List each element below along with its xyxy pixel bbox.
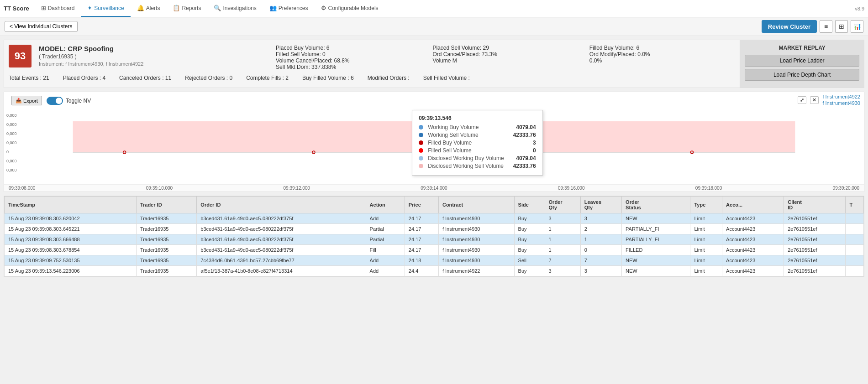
col-account: Acco... bbox=[722, 197, 784, 213]
cell-6: Buy bbox=[514, 234, 545, 245]
export-button[interactable]: 📤 Export bbox=[11, 96, 42, 105]
cell-5: f Instrument4930 bbox=[438, 245, 514, 255]
stat-placed-sell-volume: Placed Sell Volume: 29 bbox=[432, 45, 578, 51]
cell-4: 24.18 bbox=[405, 255, 438, 266]
cell-5: f Instrument4930 bbox=[438, 234, 514, 245]
disc-sell-value: 42333.76 bbox=[509, 163, 536, 169]
grid-view-button[interactable]: ⊞ bbox=[835, 20, 848, 33]
cell-7: 7 bbox=[545, 255, 580, 266]
tab-reports[interactable]: 📋 Reports bbox=[166, 0, 207, 17]
cell-10: Limit bbox=[690, 224, 722, 234]
tooltip-row-1: Working Buy Volume 4079.04 bbox=[419, 124, 536, 130]
svg-text:0,000: 0,000 bbox=[6, 168, 17, 172]
tab-dashboard[interactable]: ⊞ Dashboard bbox=[35, 0, 81, 17]
cell-2: 7c4384d6-0b61-4391-bc57-27cbb69fbe77 bbox=[197, 255, 366, 266]
table-row[interactable]: 15 Aug 23 09:39:08.303.678854Trader16935… bbox=[5, 245, 864, 255]
cell-7: 3 bbox=[545, 213, 580, 224]
chart-close-button[interactable]: ✕ bbox=[810, 96, 819, 104]
chart-header: ⤢ ✕ f Instrument4922 f Instrument4930 bbox=[4, 92, 864, 108]
view-clusters-button[interactable]: < View Individual Clusters bbox=[5, 21, 78, 32]
cell-2: b3ced431-61a9-49d0-aec5-080222df375f bbox=[197, 234, 366, 245]
instrument-label-1: f Instrument4922 bbox=[822, 94, 860, 99]
table-row[interactable]: 15 Aug 23 09:39:13.546.223006Trader16935… bbox=[5, 266, 864, 276]
tab-alerts[interactable]: 🔔 Alerts bbox=[131, 0, 167, 17]
filled-buy-dot bbox=[419, 140, 423, 145]
chart-expand-button[interactable]: ⤢ bbox=[798, 96, 806, 104]
review-cluster-button[interactable]: Review Cluster bbox=[762, 20, 817, 33]
cell-12: 2e7610551ef bbox=[784, 255, 846, 266]
list-view-button[interactable]: ≡ bbox=[820, 20, 832, 33]
x-label-6: 09:39:18.000 bbox=[695, 186, 722, 191]
tab-reports-label: Reports bbox=[182, 5, 201, 11]
table-row[interactable]: 15 Aug 23 09:39:08.303.645221Trader16935… bbox=[5, 224, 864, 234]
cell-1: Trader16935 bbox=[136, 224, 196, 234]
filled-sell-dot bbox=[419, 148, 423, 153]
model-stats-grid: Placed Buy Volume: 6 Placed Sell Volume:… bbox=[276, 45, 735, 70]
surveillance-icon: ✦ bbox=[87, 5, 92, 11]
toolbar: < View Individual Clusters Review Cluste… bbox=[0, 17, 868, 36]
cell-0: 15 Aug 23 09:39:08.303.620042 bbox=[5, 213, 137, 224]
export-label: Export bbox=[23, 98, 38, 104]
cell-5: f Instrument4922 bbox=[438, 266, 514, 276]
cell-13 bbox=[846, 255, 864, 266]
cell-8: 0 bbox=[580, 245, 621, 255]
cell-11: Account4423 bbox=[722, 213, 784, 224]
table-body: 15 Aug 23 09:39:08.303.620042Trader16935… bbox=[5, 213, 864, 276]
cell-4: 24.17 bbox=[405, 245, 438, 255]
cell-11: Account4423 bbox=[722, 245, 784, 255]
chart-view-button[interactable]: 📊 bbox=[851, 20, 863, 33]
cell-5: f Instrument4930 bbox=[438, 224, 514, 234]
svg-text:0,000: 0,000 bbox=[6, 113, 17, 118]
cell-9: NEW bbox=[622, 255, 690, 266]
load-price-depth-button[interactable]: Load Price Depth Chart bbox=[745, 69, 859, 81]
tab-configurable-models[interactable]: ⚙ Configurable Models bbox=[315, 0, 385, 17]
market-replay-panel: MARKET REPLAY Load Price Ladder Load Pri… bbox=[740, 40, 864, 88]
tooltip-row-5: Disclosed Working Buy Volume 4079.04 bbox=[419, 155, 536, 161]
table-row[interactable]: 15 Aug 23 09:39:09.752.530135Trader16935… bbox=[5, 255, 864, 266]
toggle-nv-control[interactable]: Toggle NV bbox=[47, 97, 91, 105]
version-label: v8.9 bbox=[855, 6, 864, 11]
reports-icon: 📋 bbox=[173, 5, 180, 11]
svg-text:0,000: 0,000 bbox=[6, 122, 17, 127]
cell-3: Partial bbox=[366, 234, 405, 245]
top-navigation: TT Score ⊞ Dashboard ✦ Surveillance 🔔 Al… bbox=[0, 0, 868, 17]
table-row[interactable]: 15 Aug 23 09:39:08.303.620042Trader16935… bbox=[5, 213, 864, 224]
events-row: Total Events : 21 Placed Orders : 4 Canc… bbox=[9, 75, 735, 81]
svg-text:0,000: 0,000 bbox=[6, 131, 17, 136]
col-type: Type bbox=[690, 197, 722, 213]
table-row[interactable]: 15 Aug 23 09:39:08.303.666488Trader16935… bbox=[5, 234, 864, 245]
cell-3: Fill bbox=[366, 245, 405, 255]
tab-preferences[interactable]: 👥 Preferences bbox=[263, 0, 315, 17]
load-price-ladder-button[interactable]: Load Price Ladder bbox=[745, 55, 859, 67]
cell-4: 24.17 bbox=[405, 224, 438, 234]
tooltip-timestamp: 09:39:13.546 bbox=[419, 115, 536, 121]
app-title: TT Score bbox=[4, 5, 29, 12]
stat-volume-m2: 0.0% bbox=[589, 57, 735, 64]
cell-0: 15 Aug 23 09:39:13.546.223006 bbox=[5, 266, 137, 276]
cell-1: Trader16935 bbox=[136, 255, 196, 266]
tab-investigations-label: Investigations bbox=[223, 5, 256, 11]
tab-surveillance[interactable]: ✦ Surveillance bbox=[81, 0, 130, 17]
cell-2: af5e1f13-387a-41b0-8e08-e827f4713314 bbox=[197, 266, 366, 276]
stat-volume-m: Volume M bbox=[432, 57, 578, 64]
instrument-label-2: f Instrument4930 bbox=[822, 100, 860, 106]
chart-tooltip: 09:39:13.546 Working Buy Volume 4079.04 … bbox=[412, 110, 543, 176]
cell-6: Buy bbox=[514, 224, 545, 234]
cell-10: Limit bbox=[690, 245, 722, 255]
svg-text:0,000: 0,000 bbox=[6, 140, 17, 145]
x-label-4: 09:39:14.000 bbox=[421, 186, 447, 191]
svg-text:0,000: 0,000 bbox=[6, 159, 17, 163]
buy-filled-volume: Buy Filled Volume : 6 bbox=[302, 75, 354, 81]
disc-buy-dot bbox=[419, 156, 423, 161]
toggle-nv-switch[interactable] bbox=[47, 97, 63, 105]
cell-0: 15 Aug 23 09:39:08.303.645221 bbox=[5, 224, 137, 234]
cell-3: Add bbox=[366, 266, 405, 276]
tab-investigations[interactable]: 🔍 Investigations bbox=[207, 0, 263, 17]
export-icon: 📤 bbox=[16, 98, 22, 104]
working-buy-label: Working Buy Volume bbox=[428, 124, 504, 130]
working-sell-value: 42333.76 bbox=[509, 132, 536, 138]
cell-11: Account4423 bbox=[722, 266, 784, 276]
stat-filled-sell-volume: Filled Sell Volume: 0 bbox=[276, 51, 421, 57]
col-trader-id: Trader ID bbox=[136, 197, 196, 213]
cell-12: 2e7610551ef bbox=[784, 234, 846, 245]
